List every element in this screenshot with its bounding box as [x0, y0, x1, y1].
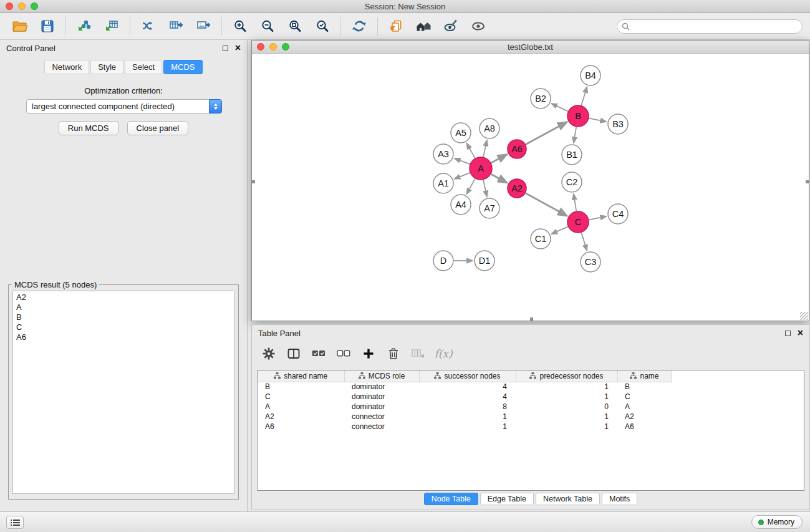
column-header-predecessor-nodes[interactable]: predecessor nodes [516, 370, 617, 382]
open-session-button[interactable] [6, 15, 34, 37]
tab-node-table[interactable]: Node Table [424, 493, 478, 505]
frame-handle[interactable] [806, 180, 809, 183]
graph-edge[interactable] [574, 127, 576, 143]
mcds-result-item[interactable]: A2 [16, 293, 231, 302]
table-cell[interactable]: 1 [516, 392, 617, 402]
graph-node-B4[interactable]: B4 [581, 65, 600, 85]
table-cell[interactable]: 1 [516, 382, 617, 392]
save-session-button[interactable] [34, 15, 61, 37]
close-network-button[interactable] [257, 43, 264, 51]
table-cell[interactable]: 1 [516, 422, 617, 432]
network-window-titlebar[interactable]: testGlobe.txt [252, 41, 809, 54]
mcds-result-item[interactable]: A [16, 302, 231, 312]
table-cell[interactable]: A2 [617, 412, 672, 422]
table-cell[interactable]: 4 [419, 392, 516, 402]
close-panel-button[interactable]: Close panel [127, 121, 189, 135]
graph-node-B3[interactable]: B3 [608, 114, 628, 134]
tab-mcds[interactable]: MCDS [163, 60, 202, 74]
table-cell[interactable]: dominator [344, 382, 419, 392]
graph-node-A6[interactable]: A6 [508, 140, 526, 158]
tab-select[interactable]: Select [125, 60, 162, 74]
toggle-visibility-button[interactable] [465, 15, 492, 37]
table-row[interactable]: Adominator80A [258, 402, 672, 412]
minimize-window-button[interactable] [18, 2, 26, 10]
tab-style[interactable]: Style [90, 60, 123, 74]
table-row[interactable]: Cdominator41C [258, 392, 672, 402]
search-input[interactable] [617, 19, 803, 34]
table-cell[interactable]: B [617, 382, 672, 392]
graph-node-A4[interactable]: A4 [451, 195, 471, 215]
table-cell[interactable]: dominator [344, 392, 419, 402]
graph-edge[interactable] [466, 179, 475, 195]
run-mcds-button[interactable]: Run MCDS [59, 121, 118, 135]
table-row[interactable]: Bdominator41B [258, 382, 672, 392]
network-canvas[interactable]: B4B2BB3A5A8A6A3B1AC2A1A2A4A7CC4C1C3DD1 [252, 54, 809, 321]
export-table-button[interactable] [162, 15, 190, 37]
graph-node-C[interactable]: C [567, 211, 589, 233]
graph-node-A2[interactable]: A2 [508, 179, 526, 198]
table-cell[interactable]: 1 [419, 412, 516, 422]
table-cell[interactable]: A6 [617, 422, 672, 432]
graph-edge[interactable] [551, 104, 568, 111]
table-cell[interactable]: A2 [258, 412, 344, 422]
table-cell[interactable]: C [617, 392, 672, 402]
import-network-button[interactable] [70, 15, 98, 37]
function-builder-button[interactable]: f(x) [433, 344, 454, 364]
graph-edge[interactable] [491, 174, 508, 183]
delete-column-button[interactable] [383, 344, 404, 364]
zoom-fit-button[interactable] [281, 15, 309, 37]
column-header-name[interactable]: name [617, 370, 672, 382]
graph-edge[interactable] [589, 216, 607, 220]
graph-edge[interactable] [455, 173, 470, 179]
tab-network[interactable]: Network [44, 60, 89, 74]
home-button[interactable] [410, 15, 437, 37]
table-cell[interactable]: 1 [419, 422, 516, 432]
zoom-network-button[interactable] [282, 43, 289, 51]
table-cell[interactable]: 0 [516, 402, 617, 412]
table-cell[interactable]: C [258, 392, 344, 402]
mcds-result-item[interactable]: A6 [16, 332, 231, 342]
table-cell[interactable]: 1 [516, 412, 617, 422]
memory-button[interactable]: Memory [751, 515, 803, 529]
column-header-successor-nodes[interactable]: successor nodes [419, 370, 516, 382]
graph-node-D1[interactable]: D1 [475, 251, 494, 271]
graph-edge[interactable] [581, 87, 587, 105]
table-row[interactable]: A6connector11A6 [258, 422, 672, 432]
column-header-mcds-role[interactable]: MCDS role [344, 370, 419, 382]
table-cell[interactable]: connector [344, 412, 419, 422]
table-cell[interactable]: A [258, 402, 344, 412]
graph-node-C3[interactable]: C3 [581, 252, 600, 272]
graph-edge[interactable] [526, 193, 567, 216]
import-table-button[interactable] [98, 15, 125, 37]
table-cell[interactable]: B [258, 382, 344, 392]
export-image-button[interactable] [190, 15, 217, 37]
show-columns-button[interactable] [283, 344, 304, 364]
graph-edge[interactable] [455, 158, 470, 164]
unselect-all-columns-button[interactable] [333, 344, 354, 364]
float-panel-button[interactable] [223, 46, 228, 51]
add-column-button[interactable] [358, 344, 379, 364]
tab-motifs[interactable]: Motifs [602, 493, 637, 505]
select-all-columns-button[interactable] [308, 344, 329, 364]
show-panels-button[interactable] [6, 516, 24, 529]
column-header-shared-name[interactable]: shared name [258, 370, 344, 382]
table-cell[interactable]: A [617, 402, 672, 412]
graph-node-C1[interactable]: C1 [531, 229, 551, 249]
graph-edge[interactable] [526, 122, 567, 145]
zoom-selected-button[interactable] [309, 15, 336, 37]
export-network-button[interactable] [135, 15, 162, 37]
criterion-select[interactable]: largest connected component (directed) [26, 99, 222, 114]
documents-button[interactable] [382, 15, 410, 37]
table-settings-button[interactable] [258, 344, 279, 364]
graph-edge[interactable] [483, 140, 487, 157]
mcds-result-item[interactable]: B [16, 312, 231, 322]
table-cell[interactable]: 8 [419, 402, 516, 412]
delete-table-button[interactable] [408, 344, 429, 364]
graph-node-A1[interactable]: A1 [433, 173, 453, 193]
graph-node-A5[interactable]: A5 [451, 123, 471, 143]
graph-node-A7[interactable]: A7 [480, 198, 499, 218]
graph-node-A3[interactable]: A3 [433, 144, 453, 164]
graph-edge[interactable] [581, 233, 587, 251]
mcds-result-item[interactable]: C [16, 322, 231, 332]
tab-network-table[interactable]: Network Table [536, 493, 600, 505]
